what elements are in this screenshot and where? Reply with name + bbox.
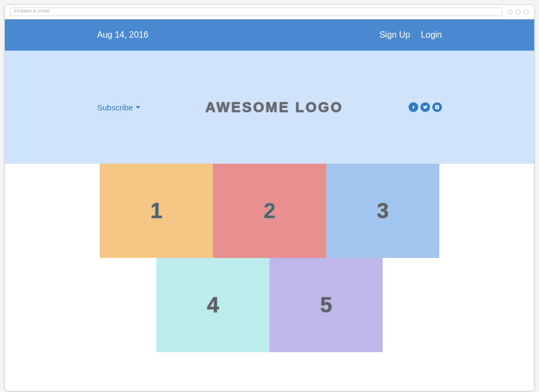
window-dot-icon[interactable] (524, 10, 529, 15)
instagram-icon[interactable] (432, 102, 442, 112)
subscribe-label: Subscribe (97, 103, 133, 112)
tile-2[interactable]: 2 (213, 164, 326, 258)
caret-down-icon (136, 106, 140, 109)
tile-5[interactable]: 5 (270, 258, 383, 352)
window-controls (508, 10, 529, 15)
login-link[interactable]: Login (421, 30, 442, 40)
date-label: Aug 14, 2016 (97, 30, 148, 40)
tile-1[interactable]: 1 (100, 164, 213, 258)
twitter-icon[interactable] (420, 102, 430, 112)
tile-grid: 1 2 3 4 5 (100, 164, 439, 352)
topbar: Aug 14, 2016 Sign Up Login (5, 19, 534, 51)
facebook-icon[interactable] (409, 102, 418, 112)
tile-4[interactable]: 4 (156, 258, 270, 352)
viewport: Aug 14, 2016 Sign Up Login Subscribe AWE… (5, 19, 534, 391)
window-dot-icon[interactable] (508, 10, 513, 15)
browser-chrome: EXAMPLE.HTML (5, 5, 534, 19)
browser-frame: EXAMPLE.HTML Aug 14, 2016 Sign Up Login … (4, 4, 535, 391)
window-dot-icon[interactable] (516, 10, 521, 15)
subscribe-dropdown[interactable]: Subscribe (97, 103, 140, 112)
site-logo: AWESOME LOGO (205, 99, 343, 116)
auth-links: Sign Up Login (379, 30, 442, 40)
url-bar[interactable]: EXAMPLE.HTML (10, 8, 502, 16)
social-links (409, 102, 442, 112)
tile-3[interactable]: 3 (326, 164, 439, 258)
signup-link[interactable]: Sign Up (379, 30, 410, 40)
hero: Subscribe AWESOME LOGO (5, 51, 534, 164)
